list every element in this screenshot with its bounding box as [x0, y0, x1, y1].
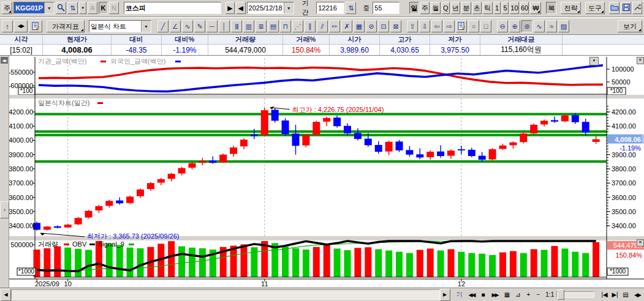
- channel-icon-button[interactable]: ⊓: [280, 20, 291, 32]
- sort-order-dropdown[interactable]: ▼: [79, 2, 86, 14]
- tf-tick-button[interactable]: 틱: [483, 2, 492, 14]
- stock-type-menu-button[interactable]: 주: [2, 2, 12, 14]
- chevron-down-icon[interactable]: ▼: [284, 2, 294, 13]
- chart-settings-icon-button[interactable]: [29, 20, 42, 32]
- visible-count-input[interactable]: [373, 2, 400, 14]
- view-menu-button[interactable]: 보기: [618, 20, 642, 32]
- ruler-icon-button[interactable]: 기: [454, 289, 465, 300]
- tf-10-button[interactable]: 10: [510, 2, 519, 14]
- price-scrollbar-thumb[interactable]: [642, 135, 644, 144]
- arrow-down-icon-button[interactable]: ⇩: [419, 20, 430, 32]
- zoom-chart-icon-button[interactable]: ⊕: [509, 20, 520, 32]
- tf-60-button[interactable]: 60: [520, 2, 529, 14]
- angle-line-icon-button[interactable]: ∠: [170, 20, 181, 32]
- expand-left-panel-button[interactable]: ›: [0, 201, 9, 218]
- restore-chart-button[interactable]: 복: [546, 2, 556, 14]
- parallel-lines-icon-button[interactable]: ∥: [305, 20, 316, 32]
- date-combo[interactable]: 2025/12/18▼: [247, 2, 294, 14]
- ratio-1to1-button[interactable]: 1:1: [543, 289, 556, 300]
- tf-week-button[interactable]: 주: [420, 2, 430, 14]
- market-k-button[interactable]: K: [99, 2, 108, 14]
- trendline-icon-button[interactable]: ╱: [157, 20, 169, 32]
- arrow-up-icon-button[interactable]: ⇧: [407, 20, 418, 32]
- period-grid-icon-button[interactable]: ▦: [501, 289, 512, 300]
- go-first-button[interactable]: |◀: [599, 289, 610, 300]
- close-flow-panel-icon[interactable]: ✕: [637, 57, 644, 64]
- open-chart-icon-button[interactable]: [609, 2, 619, 14]
- fan-line-icon-button[interactable]: ∿: [182, 20, 193, 32]
- search-icon-button[interactable]: [56, 2, 66, 14]
- save-chart-icon-button[interactable]: [621, 2, 631, 14]
- sort-order-icon-button[interactable]: ⇅: [67, 2, 78, 14]
- hscroll-left-button[interactable]: ◀: [1, 289, 11, 301]
- currency-menu-button[interactable]: ₩: [530, 2, 541, 14]
- stop-icon-button[interactable]: ■: [479, 289, 488, 300]
- pencil-icon-button[interactable]: ✏: [329, 20, 340, 32]
- hscroll-right-button[interactable]: ▶: [440, 289, 450, 301]
- zoom-area-icon-button[interactable]: ⊛: [521, 20, 532, 32]
- go-last-button[interactable]: ▶|: [610, 289, 620, 300]
- tf-1-button[interactable]: 1: [494, 2, 501, 14]
- vertical-lines-icon-button[interactable]: ||||: [231, 20, 242, 32]
- expand-period-icon-button[interactable]: ⇅: [346, 2, 356, 14]
- wave-icon-button[interactable]: ∿: [534, 20, 545, 32]
- select-region-icon-button[interactable]: ⊡: [378, 20, 389, 32]
- close-volume-panel-icon[interactable]: ✕: [637, 239, 644, 247]
- memo-edit-icon-button[interactable]: ▤: [620, 289, 631, 300]
- auto-scale-icon-button[interactable]: ⊿: [512, 289, 523, 300]
- tf-second-button[interactable]: 초: [472, 2, 482, 14]
- zoom-in-flat-button[interactable]: +: [523, 289, 533, 300]
- scroll-lr-button[interactable]: ◀▶: [14, 20, 28, 32]
- zoom-out-icon-button[interactable]: ⊖: [497, 20, 508, 32]
- next-item-button[interactable]: ▶: [225, 2, 235, 14]
- chevron-down-icon[interactable]: ▼: [141, 21, 151, 32]
- eraser-icon-button[interactable]: ⊘: [366, 20, 377, 32]
- chevron-down-icon[interactable]: ▼: [44, 2, 54, 13]
- brush-icon-button[interactable]: ✎: [194, 20, 205, 32]
- prev-item-button[interactable]: ◀: [236, 2, 245, 14]
- settings-wrench-icon-button[interactable]: [632, 2, 642, 14]
- rewind-icon-button[interactable]: ◀◀: [465, 289, 479, 300]
- regression-line-icon-button[interactable]: ⋰: [292, 20, 303, 32]
- hscroll-track[interactable]: [11, 289, 440, 300]
- tf-minute-button[interactable]: 분: [461, 2, 471, 14]
- horizontal-line-icon-button[interactable]: ─: [206, 20, 218, 32]
- zoom-slider[interactable]: [556, 291, 594, 298]
- panel-drag-handle[interactable]: ◀▶: [1, 57, 8, 64]
- invert-chart-icon-button[interactable]: ▨: [558, 20, 569, 32]
- zoom-out-flat-button[interactable]: −: [533, 289, 543, 300]
- period-count-input[interactable]: [316, 2, 344, 14]
- price-indicator-menu-button[interactable]: 가격지표: [47, 20, 85, 32]
- zoom-slider-thumb[interactable]: [558, 289, 564, 300]
- chart-style-combo[interactable]: 일본식 차트▼: [89, 20, 151, 32]
- color-palette-icon-button[interactable]: ▦: [354, 20, 365, 32]
- boxed-lines-icon-button[interactable]: ▤: [268, 20, 279, 32]
- flow-panel-dropdown-icon[interactable]: ▼: [589, 57, 599, 65]
- vertical-line-icon-button[interactable]: │: [219, 20, 230, 32]
- tf-quarter-button[interactable]: Q: [442, 2, 450, 14]
- stock-name-input[interactable]: [124, 2, 221, 14]
- hatch-lines-icon-button[interactable]: ⫽: [317, 20, 328, 32]
- fast-forward-icon-button[interactable]: ▶▶: [488, 289, 501, 300]
- stock-code-combo[interactable]: KGG01P▼: [13, 2, 55, 14]
- tf-month-button[interactable]: 월: [431, 2, 440, 14]
- tf-5-button[interactable]: 5: [502, 2, 509, 14]
- arrow-right-icon-button[interactable]: ⇨: [444, 20, 455, 32]
- dense-lines-icon-button[interactable]: ▥: [243, 20, 254, 32]
- memo-note-icon-button[interactable]: [456, 20, 467, 32]
- panel-splitter[interactable]: [9, 95, 644, 98]
- arrow-left-icon-button[interactable]: ⇦: [431, 20, 442, 32]
- horizontal-grid-icon-button[interactable]: ≣: [256, 20, 267, 32]
- market-n-button[interactable]: N: [109, 2, 118, 14]
- scroll-up-button[interactable]: ↑: [2, 20, 13, 32]
- delete-all-icon-button[interactable]: ⊠: [390, 20, 401, 32]
- hsplit-icon-button[interactable]: ◀▶: [631, 289, 643, 300]
- delete-tool-icon-button[interactable]: ✗: [341, 20, 352, 32]
- rect-shape-icon-button[interactable]: □: [480, 20, 491, 32]
- tools-menu-button[interactable]: 도구: [585, 2, 605, 14]
- circle-shape-icon-button[interactable]: ○: [468, 20, 479, 32]
- tf-year-button[interactable]: 년: [451, 2, 460, 14]
- tf-day-button[interactable]: 일: [409, 2, 419, 14]
- market-a-button[interactable]: A: [88, 2, 97, 14]
- waves-compare-icon-button[interactable]: ≈: [546, 20, 557, 32]
